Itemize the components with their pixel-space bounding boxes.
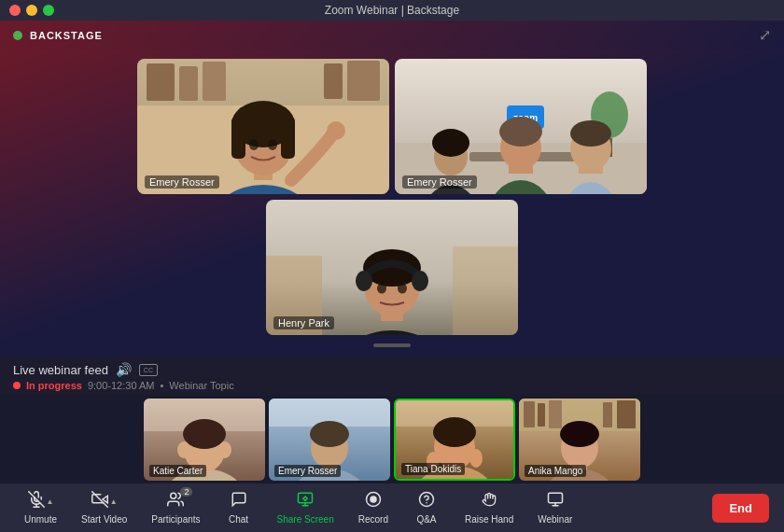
video-chevron: ▲	[110, 497, 118, 506]
svg-rect-72	[549, 400, 562, 428]
share-screen-button[interactable]: Share Screen	[268, 487, 343, 528]
svg-point-16	[327, 121, 345, 140]
svg-rect-2	[147, 63, 175, 101]
start-video-button[interactable]: ▲ Start Video	[72, 487, 136, 528]
participants-label: Participants	[151, 514, 200, 525]
thumb-label-katie: Katie Carter	[149, 465, 206, 477]
chat-button[interactable]: Chat	[216, 487, 262, 528]
record-label: Record	[358, 514, 388, 525]
unmute-chevron: ▲	[47, 497, 54, 506]
backstage-label: BACKSTAGE	[30, 30, 103, 41]
video-row-top: Emery Rosser	[9, 59, 775, 194]
video-row-bottom: Henry Park	[9, 200, 775, 335]
svg-point-82	[171, 493, 176, 498]
toolbar: ▲ Unmute ▲ Start Video	[0, 483, 784, 532]
svg-rect-13	[281, 117, 295, 159]
toolbar-left-items: ▲ Unmute ▲ Start Video	[15, 487, 712, 528]
window-title: Zoom Webinar | Backstage	[325, 4, 459, 17]
svg-rect-90	[548, 493, 562, 503]
raise-hand-button[interactable]: Raise Hand	[455, 487, 523, 528]
svg-rect-5	[324, 63, 343, 99]
svg-rect-4	[203, 62, 226, 101]
participants-icon: 2	[166, 491, 185, 512]
qa-label: Q&A	[416, 514, 436, 525]
qa-icon	[418, 491, 435, 512]
close-button[interactable]	[9, 5, 21, 16]
qa-button[interactable]: Q&A	[403, 487, 450, 528]
title-bar: Zoom Webinar | Backstage	[0, 0, 784, 21]
webinar-icon	[547, 491, 564, 512]
svg-rect-74	[617, 400, 636, 428]
thumb-anika[interactable]: Anika Mango	[519, 399, 640, 481]
status-indicator	[13, 382, 21, 389]
svg-point-87	[371, 497, 376, 502]
svg-point-15	[268, 139, 277, 150]
expand-icon[interactable]: ⤢	[759, 26, 771, 44]
svg-point-51	[183, 419, 226, 449]
raise-hand-label: Raise Hand	[465, 514, 513, 525]
video-label-center: Henry Park	[273, 316, 334, 329]
traffic-lights	[9, 5, 54, 16]
participants-button[interactable]: 2 Participants	[142, 487, 209, 528]
svg-rect-73	[603, 402, 612, 427]
svg-point-34	[570, 120, 611, 147]
captions-icon[interactable]: CC	[139, 364, 158, 376]
record-button[interactable]: Record	[349, 487, 398, 528]
fullscreen-button[interactable]	[43, 5, 54, 16]
webinar-topic: Webinar Topic	[169, 380, 233, 391]
svg-rect-71	[538, 403, 545, 427]
thumb-katie[interactable]: Katie Carter	[144, 399, 265, 481]
video-off-icon	[91, 491, 108, 512]
webinar-label: Webinar	[538, 514, 572, 525]
divider-indicator	[373, 343, 411, 347]
svg-point-78	[560, 421, 599, 447]
unmute-button[interactable]: ▲ Unmute	[15, 487, 66, 528]
chat-label: Chat	[229, 514, 248, 525]
speaker-icon: 🔊	[116, 362, 132, 377]
main-content: BACKSTAGE ⤢	[0, 21, 784, 532]
chat-icon	[231, 491, 247, 512]
video-label-top-left: Emery Rosser	[145, 175, 219, 189]
svg-point-44	[377, 284, 386, 294]
svg-point-53	[218, 441, 231, 458]
webinar-info: Live webinar feed 🔊 CC In progress 9:00-…	[0, 357, 784, 395]
svg-point-59	[310, 421, 349, 447]
start-video-label: Start Video	[81, 514, 127, 525]
mic-off-icon	[28, 491, 45, 512]
unmute-label: Unmute	[24, 514, 57, 525]
separator: •	[160, 380, 163, 391]
svg-point-26	[432, 129, 469, 157]
participant-strip: Katie Carter Emery Rosser	[0, 395, 784, 483]
thumb-label-tiana: Tiana Dokidis	[401, 463, 465, 475]
video-tile-top-left: Emery Rosser	[137, 59, 389, 194]
thumb-label-emery: Emery Rosser	[274, 465, 341, 477]
raise-hand-icon	[482, 491, 497, 512]
svg-point-43	[412, 271, 428, 291]
share-screen-icon	[295, 491, 315, 512]
backstage-header: BACKSTAGE ⤢	[0, 21, 784, 49]
svg-rect-3	[179, 66, 198, 101]
svg-point-67	[469, 449, 483, 468]
minimize-button[interactable]	[26, 5, 37, 16]
svg-rect-12	[231, 117, 245, 159]
svg-point-52	[177, 441, 190, 458]
video-area: Emery Rosser	[0, 49, 784, 357]
thumb-emery[interactable]: Emery Rosser	[269, 399, 390, 481]
svg-rect-70	[524, 401, 535, 427]
thumb-label-anika: Anika Mango	[525, 465, 586, 477]
status-label: In progress	[26, 380, 82, 391]
svg-rect-37	[453, 246, 518, 335]
end-button[interactable]: End	[712, 494, 769, 523]
webinar-button[interactable]: Webinar	[528, 487, 581, 528]
participant-count: 2	[180, 487, 192, 497]
share-screen-label: Share Screen	[277, 514, 334, 525]
thumb-tiana[interactable]: Tiana Dokidis	[394, 399, 515, 481]
svg-point-45	[398, 284, 407, 294]
svg-point-30	[499, 117, 542, 147]
svg-point-14	[249, 139, 259, 150]
video-tile-center: Henry Park	[266, 200, 518, 335]
webinar-title: Live webinar feed	[13, 363, 108, 377]
webinar-time: 9:00-12:30 AM	[88, 380, 155, 391]
video-tile-top-right: zoom Emery Rosser	[395, 59, 647, 194]
svg-point-42	[356, 271, 372, 291]
